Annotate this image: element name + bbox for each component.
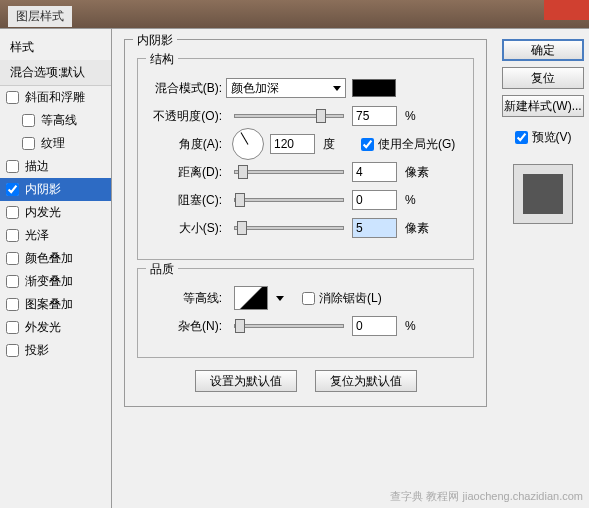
sidebar-item-label: 等高线 [41,112,77,129]
preview-cb-input[interactable] [515,131,528,144]
sidebar-item-7[interactable]: 颜色叠加 [0,247,111,270]
effect-title: 内阴影 [133,32,177,49]
style-checkbox[interactable] [6,275,19,288]
angle-dial[interactable] [232,128,264,160]
distance-slider[interactable] [234,170,344,174]
opacity-unit: % [405,109,435,123]
blend-mode-label: 混合模式(B): [148,80,226,97]
style-checkbox[interactable] [6,298,19,311]
choke-label: 阻塞(C): [148,192,226,209]
sidebar-item-label: 外发光 [25,319,61,336]
close-button[interactable] [544,0,589,20]
opacity-input[interactable] [352,106,397,126]
style-checkbox[interactable] [6,183,19,196]
angle-unit: 度 [323,136,353,153]
main-area: 样式 混合选项:默认 斜面和浮雕等高线纹理描边内阴影内发光光泽颜色叠加渐变叠加图… [0,28,589,508]
sidebar-item-1[interactable]: 等高线 [0,109,111,132]
sidebar-item-4[interactable]: 内阴影 [0,178,111,201]
contour-picker[interactable] [234,286,268,310]
distance-label: 距离(D): [148,164,226,181]
distance-input[interactable] [352,162,397,182]
antialiased-checkbox[interactable]: 消除锯齿(L) [302,290,382,307]
distance-unit: 像素 [405,164,435,181]
make-default-button[interactable]: 设置为默认值 [195,370,297,392]
style-checkbox[interactable] [6,229,19,242]
styles-sidebar: 样式 混合选项:默认 斜面和浮雕等高线纹理描边内阴影内发光光泽颜色叠加渐变叠加图… [0,29,112,508]
style-checkbox[interactable] [6,206,19,219]
size-unit: 像素 [405,220,435,237]
blend-mode-select[interactable]: 颜色加深 [226,78,346,98]
window-title: 图层样式 [8,6,72,27]
style-checkbox[interactable] [6,344,19,357]
global-light-checkbox[interactable]: 使用全局光(G) [361,136,455,153]
right-column: 确定 复位 新建样式(W)... 预览(V) [499,29,589,508]
noise-label: 杂色(N): [148,318,226,335]
global-light-label: 使用全局光(G) [378,136,455,153]
size-input[interactable] [352,218,397,238]
choke-slider[interactable] [234,198,344,202]
sidebar-item-label: 斜面和浮雕 [25,89,85,106]
shadow-color-swatch[interactable] [352,79,396,97]
antialiased-label: 消除锯齿(L) [319,290,382,307]
sidebar-item-label: 光泽 [25,227,49,244]
sidebar-item-label: 图案叠加 [25,296,73,313]
size-slider[interactable] [234,226,344,230]
preview-checkbox[interactable]: 预览(V) [515,129,572,146]
style-checkbox[interactable] [22,137,35,150]
sidebar-item-2[interactable]: 纹理 [0,132,111,155]
sidebar-item-0[interactable]: 斜面和浮雕 [0,86,111,109]
opacity-label: 不透明度(O): [148,108,226,125]
chevron-down-icon[interactable] [276,296,284,301]
new-style-button[interactable]: 新建样式(W)... [502,95,584,117]
angle-input[interactable] [270,134,315,154]
choke-input[interactable] [352,190,397,210]
preview-box [513,164,573,224]
blend-mode-value: 颜色加深 [231,80,279,97]
quality-fieldset: 品质 等高线: 消除锯齿(L) 杂色(N): % [137,268,474,358]
watermark: 查字典 教程网 jiaocheng.chazidian.com [390,489,583,504]
style-checkbox[interactable] [6,321,19,334]
sidebar-item-5[interactable]: 内发光 [0,201,111,224]
sidebar-item-label: 描边 [25,158,49,175]
chevron-down-icon [333,86,341,91]
structure-title: 结构 [146,51,178,68]
noise-slider[interactable] [234,324,344,328]
content-panel: 内阴影 结构 混合模式(B): 颜色加深 不透明度(O): % [112,29,499,508]
contour-label: 等高线: [148,290,226,307]
sidebar-item-label: 投影 [25,342,49,359]
sidebar-item-9[interactable]: 图案叠加 [0,293,111,316]
effect-fieldset: 内阴影 结构 混合模式(B): 颜色加深 不透明度(O): % [124,39,487,407]
quality-title: 品质 [146,261,178,278]
choke-unit: % [405,193,435,207]
blend-options-header[interactable]: 混合选项:默认 [0,60,111,86]
sidebar-item-10[interactable]: 外发光 [0,316,111,339]
sidebar-item-label: 颜色叠加 [25,250,73,267]
sidebar-item-label: 渐变叠加 [25,273,73,290]
cancel-button[interactable]: 复位 [502,67,584,89]
noise-unit: % [405,319,435,333]
sidebar-header: 样式 [0,35,111,60]
sidebar-item-11[interactable]: 投影 [0,339,111,362]
sidebar-item-label: 内阴影 [25,181,61,198]
style-checkbox[interactable] [6,160,19,173]
sidebar-item-label: 纹理 [41,135,65,152]
preview-label: 预览(V) [532,129,572,146]
sidebar-item-3[interactable]: 描边 [0,155,111,178]
preview-swatch [523,174,563,214]
style-checkbox[interactable] [22,114,35,127]
titlebar: 图层样式 [0,0,589,28]
reset-default-button[interactable]: 复位为默认值 [315,370,417,392]
size-label: 大小(S): [148,220,226,237]
antialiased-cb-input[interactable] [302,292,315,305]
structure-fieldset: 结构 混合模式(B): 颜色加深 不透明度(O): % 角度(A [137,58,474,260]
noise-input[interactable] [352,316,397,336]
ok-button[interactable]: 确定 [502,39,584,61]
angle-label: 角度(A): [148,136,226,153]
sidebar-item-6[interactable]: 光泽 [0,224,111,247]
sidebar-item-8[interactable]: 渐变叠加 [0,270,111,293]
sidebar-item-label: 内发光 [25,204,61,221]
global-light-cb-input[interactable] [361,138,374,151]
opacity-slider[interactable] [234,114,344,118]
style-checkbox[interactable] [6,91,19,104]
style-checkbox[interactable] [6,252,19,265]
